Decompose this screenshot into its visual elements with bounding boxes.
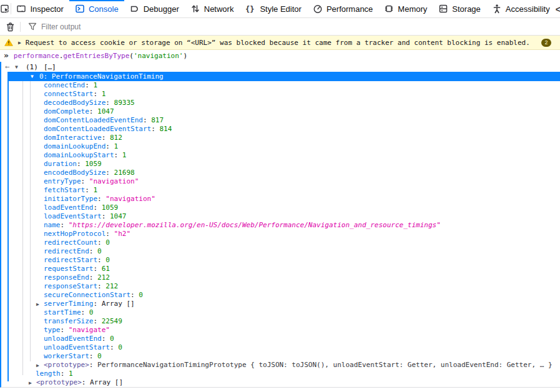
- property-colon: :: [93, 90, 101, 98]
- tree-row[interactable]: domainLookupStart: 1: [1, 151, 560, 160]
- twisty-collapsed-icon[interactable]: ▶: [36, 361, 44, 370]
- tab-label: Accessibility: [506, 4, 550, 14]
- tab-inspector[interactable]: Inspector: [11, 0, 69, 17]
- twisty-expanded-icon[interactable]: ▼: [31, 74, 39, 79]
- tree-row[interactable]: unloadEventEnd: 0: [1, 335, 560, 343]
- twisty-expanded-icon[interactable]: ▼: [15, 64, 24, 70]
- property-value: 812: [110, 134, 122, 142]
- tab-accessibility[interactable]: Accessibility: [486, 0, 556, 17]
- property-name: responseEnd: [44, 273, 89, 282]
- command-token: 'navigation': [134, 52, 183, 60]
- return-value-arrow-icon: ←: [5, 62, 15, 71]
- tab-storage[interactable]: Storage: [433, 0, 486, 17]
- style-editor-icon: {}: [245, 4, 256, 14]
- expand-guide-line[interactable]: [7, 81, 9, 381]
- tree-row[interactable]: encodedBodySize: 21698: [1, 169, 560, 177]
- property-colon: :: [97, 238, 106, 247]
- tree-row[interactable]: loadEventEnd: 1059: [1, 203, 560, 212]
- command-result-message: ← ▼ (1) […] ▼ 0: PerformanceNavigationTi…: [0, 62, 560, 388]
- tree-row[interactable]: nextHopProtocol: "h2": [1, 230, 560, 238]
- result-summary-row[interactable]: ← ▼ (1) […]: [1, 62, 560, 72]
- tree-row[interactable]: responseEnd: 212: [1, 273, 560, 282]
- property-name: length: [36, 370, 61, 378]
- pick-element-button[interactable]: [0, 0, 11, 17]
- tree-row[interactable]: ▶serverTiming: Array []: [1, 300, 560, 308]
- twisty-collapsed-icon[interactable]: ▶: [36, 300, 44, 309]
- property-value: 0: [97, 352, 102, 360]
- warning-count-badge: 2: [541, 39, 551, 47]
- tree-row[interactable]: domInteractive: 812: [1, 134, 560, 142]
- property-value: 212: [106, 282, 118, 290]
- property-value: "navigation": [89, 177, 139, 185]
- property-name: unloadEventEnd: [44, 335, 102, 343]
- evaluated-command-row[interactable]: » performance.getEntriesByType('navigati…: [0, 50, 560, 62]
- tree-row[interactable]: initiatorType: "navigation": [1, 195, 560, 203]
- tab-memory[interactable]: Memory: [378, 0, 433, 17]
- property-value: 0: [110, 335, 114, 343]
- property-colon: :: [106, 230, 114, 238]
- tab-label: Memory: [398, 4, 427, 14]
- tab-network[interactable]: Network: [185, 0, 240, 17]
- tree-row[interactable]: domComplete: 1047: [1, 107, 560, 116]
- filter-output-input[interactable]: [41, 22, 560, 31]
- warning-triangle-icon: [4, 39, 13, 46]
- tab-debugger[interactable]: Debugger: [124, 0, 185, 17]
- property-name: <prototype>: [44, 361, 89, 369]
- tree-row[interactable]: domContentLoadedEventEnd: 817: [1, 116, 560, 125]
- property-colon: :: [89, 352, 97, 360]
- tree-row[interactable]: secureConnectionStart: 0: [1, 291, 560, 300]
- command-token: (: [129, 52, 134, 60]
- console-warning-message[interactable]: ▶ Request to access cookie or storage on…: [0, 36, 560, 50]
- tree-row[interactable]: redirectCount: 0: [1, 238, 560, 247]
- tree-row[interactable]: unloadEventStart: 0: [1, 343, 560, 352]
- property-colon: :: [97, 195, 106, 203]
- memory-icon: [384, 4, 394, 14]
- property-value: 1: [122, 151, 127, 159]
- twisty-collapsed-icon[interactable]: ▶: [18, 40, 21, 46]
- tree-row[interactable]: startTime: 0: [1, 308, 560, 317]
- property-colon: :: [93, 265, 101, 273]
- property-colon: :: [106, 169, 114, 177]
- tree-row[interactable]: requestStart: 61: [1, 265, 560, 273]
- property-value: 61: [102, 265, 110, 273]
- trash-icon: [6, 22, 15, 32]
- tree-row[interactable]: redirectStart: 0: [1, 256, 560, 265]
- property-value: 1: [93, 186, 97, 194]
- tree-row[interactable]: ▶<prototype>: Array []: [1, 378, 560, 387]
- tree-row[interactable]: fetchStart: 1: [1, 186, 560, 195]
- filter-box[interactable]: [21, 22, 560, 31]
- tree-row[interactable]: decodedBodySize: 89335: [1, 99, 560, 107]
- tree-row[interactable]: ▶<prototype>: PerformanceNavigationTimin…: [1, 361, 560, 370]
- tree-row[interactable]: domainLookupEnd: 1: [1, 142, 560, 151]
- tree-row[interactable]: loadEventStart: 1047: [1, 212, 560, 221]
- selected-node-label: 0: PerformanceNavigationTiming: [39, 72, 164, 81]
- twisty-collapsed-icon[interactable]: ▶: [29, 379, 36, 388]
- tree-row[interactable]: redirectEnd: 0: [1, 247, 560, 256]
- tree-row[interactable]: transferSize: 22549: [1, 317, 560, 326]
- tree-row[interactable]: connectEnd: 1: [1, 81, 560, 90]
- toolbar-overflow-chevron-icon[interactable]: <>: [556, 0, 560, 17]
- tree-row[interactable]: name: "https://developer.mozilla.org/en-…: [1, 221, 560, 230]
- selected-tree-row[interactable]: ▼ 0: PerformanceNavigationTiming: [7, 72, 560, 81]
- tab-performance[interactable]: Performance: [307, 0, 378, 17]
- tree-row[interactable]: domContentLoadedEventStart: 814: [1, 125, 560, 134]
- property-colon: :: [114, 151, 122, 159]
- tree-row[interactable]: duration: 1059: [1, 160, 560, 169]
- tree-row[interactable]: workerStart: 0: [1, 352, 560, 361]
- property-name: initiatorType: [44, 195, 97, 203]
- tree-row[interactable]: responseStart: 212: [1, 282, 560, 291]
- clear-console-button[interactable]: [0, 22, 20, 32]
- command-prompt-icon: »: [4, 51, 8, 60]
- property-value: 22549: [102, 317, 122, 325]
- tree-row[interactable]: length: 1: [1, 370, 560, 378]
- property-value: 1047: [97, 107, 114, 115]
- tree-row[interactable]: type: "navigate": [1, 326, 560, 335]
- property-colon: :: [89, 107, 97, 115]
- storage-icon: [438, 4, 448, 14]
- tab-console[interactable]: Console: [69, 0, 124, 17]
- property-colon: :: [102, 335, 110, 343]
- property-colon: :: [82, 378, 90, 386]
- tree-row[interactable]: connectStart: 1: [1, 90, 560, 99]
- tree-row[interactable]: entryType: "navigation": [1, 177, 560, 186]
- tab-style-editor[interactable]: {}Style Editor: [239, 0, 307, 17]
